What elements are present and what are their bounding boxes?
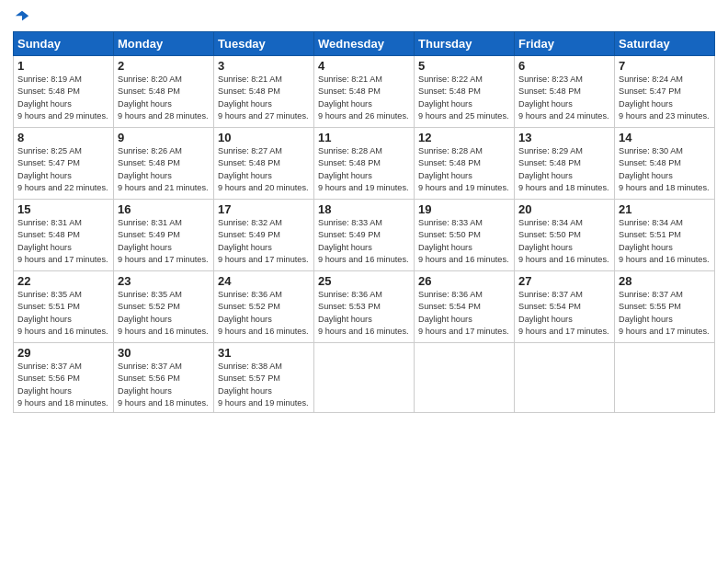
day-number: 28 — [619, 274, 711, 288]
day-number: 5 — [418, 59, 510, 73]
day-number: 30 — [118, 346, 210, 360]
calendar-day-cell: 11 Sunrise: 8:28 AMSunset: 5:48 PMDaylig… — [314, 128, 415, 200]
calendar-day-cell: 3 Sunrise: 8:21 AMSunset: 5:48 PMDayligh… — [214, 56, 314, 128]
header — [13, 9, 715, 26]
day-number: 11 — [318, 131, 410, 144]
calendar-day-cell: 1 Sunrise: 8:19 AMSunset: 5:48 PMDayligh… — [14, 56, 114, 128]
calendar-day-cell: 9 Sunrise: 8:26 AMSunset: 5:48 PMDayligh… — [114, 128, 214, 200]
day-number: 10 — [218, 131, 310, 144]
calendar-day-cell: 16 Sunrise: 8:31 AMSunset: 5:49 PMDaylig… — [114, 200, 214, 271]
day-number: 2 — [118, 59, 210, 73]
day-number: 20 — [518, 202, 610, 216]
day-info: Sunrise: 8:36 AMSunset: 5:54 PMDaylight … — [418, 290, 509, 336]
calendar-header-monday: Monday — [114, 32, 214, 56]
calendar-day-cell: 4 Sunrise: 8:21 AMSunset: 5:48 PMDayligh… — [314, 56, 415, 128]
logo-text — [13, 9, 30, 26]
day-info: Sunrise: 8:24 AMSunset: 5:47 PMDaylight … — [619, 75, 710, 121]
day-info: Sunrise: 8:37 AMSunset: 5:55 PMDaylight … — [619, 290, 710, 336]
day-info: Sunrise: 8:20 AMSunset: 5:48 PMDaylight … — [118, 75, 209, 121]
day-number: 9 — [118, 131, 210, 144]
calendar-day-cell: 8 Sunrise: 8:25 AMSunset: 5:47 PMDayligh… — [14, 128, 114, 200]
calendar-day-cell: 14 Sunrise: 8:30 AMSunset: 5:48 PMDaylig… — [615, 128, 715, 200]
day-info: Sunrise: 8:33 AMSunset: 5:49 PMDaylight … — [318, 218, 409, 264]
page-container: SundayMondayTuesdayWednesdayThursdayFrid… — [0, 0, 728, 422]
calendar-day-cell: 12 Sunrise: 8:28 AMSunset: 5:48 PMDaylig… — [415, 128, 515, 200]
calendar-day-cell: 7 Sunrise: 8:24 AMSunset: 5:47 PMDayligh… — [615, 56, 715, 128]
day-number: 1 — [17, 59, 109, 73]
calendar-day-cell: 24 Sunrise: 8:36 AMSunset: 5:52 PMDaylig… — [214, 271, 314, 343]
calendar-day-cell: 27 Sunrise: 8:37 AMSunset: 5:54 PMDaylig… — [515, 271, 615, 343]
day-number: 22 — [17, 274, 109, 288]
day-number: 19 — [418, 202, 510, 216]
day-number: 23 — [118, 274, 210, 288]
calendar-day-cell: 17 Sunrise: 8:32 AMSunset: 5:49 PMDaylig… — [214, 200, 314, 271]
day-number: 29 — [17, 346, 109, 360]
calendar-day-cell: 21 Sunrise: 8:34 AMSunset: 5:51 PMDaylig… — [615, 200, 715, 271]
day-number: 26 — [418, 274, 510, 288]
day-number: 13 — [518, 131, 610, 144]
calendar-day-cell: 19 Sunrise: 8:33 AMSunset: 5:50 PMDaylig… — [415, 200, 515, 271]
day-number: 8 — [17, 131, 109, 144]
day-info: Sunrise: 8:34 AMSunset: 5:50 PMDaylight … — [518, 218, 609, 264]
calendar-week-row: 1 Sunrise: 8:19 AMSunset: 5:48 PMDayligh… — [14, 56, 715, 128]
day-info: Sunrise: 8:35 AMSunset: 5:52 PMDaylight … — [118, 290, 209, 336]
day-info: Sunrise: 8:35 AMSunset: 5:51 PMDaylight … — [17, 290, 108, 336]
day-info: Sunrise: 8:21 AMSunset: 5:48 PMDaylight … — [218, 75, 309, 121]
day-info: Sunrise: 8:37 AMSunset: 5:56 PMDaylight … — [118, 362, 209, 408]
day-info: Sunrise: 8:30 AMSunset: 5:48 PMDaylight … — [619, 146, 710, 192]
day-info: Sunrise: 8:29 AMSunset: 5:48 PMDaylight … — [518, 146, 609, 192]
day-info: Sunrise: 8:36 AMSunset: 5:53 PMDaylight … — [318, 290, 409, 336]
day-number: 31 — [218, 346, 310, 360]
day-number: 6 — [518, 59, 610, 73]
calendar-day-cell: 30 Sunrise: 8:37 AMSunset: 5:56 PMDaylig… — [114, 343, 214, 413]
day-info: Sunrise: 8:38 AMSunset: 5:57 PMDaylight … — [218, 362, 309, 408]
day-number: 21 — [619, 202, 711, 216]
day-info: Sunrise: 8:26 AMSunset: 5:48 PMDaylight … — [118, 146, 209, 192]
calendar-header-sunday: Sunday — [14, 32, 114, 56]
day-number: 7 — [619, 59, 711, 73]
day-number: 25 — [318, 274, 410, 288]
calendar-day-cell: 26 Sunrise: 8:36 AMSunset: 5:54 PMDaylig… — [415, 271, 515, 343]
day-info: Sunrise: 8:32 AMSunset: 5:49 PMDaylight … — [218, 218, 309, 264]
day-info: Sunrise: 8:31 AMSunset: 5:49 PMDaylight … — [118, 218, 209, 264]
day-number: 15 — [17, 202, 109, 216]
day-info: Sunrise: 8:33 AMSunset: 5:50 PMDaylight … — [418, 218, 509, 264]
svg-marker-0 — [16, 11, 28, 21]
calendar-day-cell: 31 Sunrise: 8:38 AMSunset: 5:57 PMDaylig… — [214, 343, 314, 413]
calendar-day-cell — [314, 343, 415, 413]
calendar-header-friday: Friday — [515, 32, 615, 56]
logo-flag-icon — [14, 9, 30, 26]
day-info: Sunrise: 8:19 AMSunset: 5:48 PMDaylight … — [17, 75, 108, 121]
calendar-header-row: SundayMondayTuesdayWednesdayThursdayFrid… — [14, 32, 715, 56]
calendar-day-cell: 25 Sunrise: 8:36 AMSunset: 5:53 PMDaylig… — [314, 271, 415, 343]
day-info: Sunrise: 8:36 AMSunset: 5:52 PMDaylight … — [218, 290, 309, 336]
calendar-week-row: 8 Sunrise: 8:25 AMSunset: 5:47 PMDayligh… — [14, 128, 715, 200]
calendar-day-cell: 23 Sunrise: 8:35 AMSunset: 5:52 PMDaylig… — [114, 271, 214, 343]
calendar-day-cell — [415, 343, 515, 413]
calendar-day-cell: 10 Sunrise: 8:27 AMSunset: 5:48 PMDaylig… — [214, 128, 314, 200]
day-info: Sunrise: 8:31 AMSunset: 5:48 PMDaylight … — [17, 218, 108, 264]
day-info: Sunrise: 8:28 AMSunset: 5:48 PMDaylight … — [418, 146, 509, 192]
calendar-day-cell — [615, 343, 715, 413]
calendar-day-cell: 29 Sunrise: 8:37 AMSunset: 5:56 PMDaylig… — [14, 343, 114, 413]
day-number: 24 — [218, 274, 310, 288]
day-info: Sunrise: 8:34 AMSunset: 5:51 PMDaylight … — [619, 218, 710, 264]
day-number: 16 — [118, 202, 210, 216]
day-number: 3 — [218, 59, 310, 73]
day-info: Sunrise: 8:27 AMSunset: 5:48 PMDaylight … — [218, 146, 309, 192]
logo — [13, 9, 30, 26]
calendar-day-cell: 6 Sunrise: 8:23 AMSunset: 5:48 PMDayligh… — [515, 56, 615, 128]
calendar-day-cell: 13 Sunrise: 8:29 AMSunset: 5:48 PMDaylig… — [515, 128, 615, 200]
day-number: 12 — [418, 131, 510, 144]
day-number: 27 — [518, 274, 610, 288]
day-info: Sunrise: 8:21 AMSunset: 5:48 PMDaylight … — [318, 75, 409, 121]
day-info: Sunrise: 8:37 AMSunset: 5:56 PMDaylight … — [17, 362, 108, 408]
calendar-day-cell: 28 Sunrise: 8:37 AMSunset: 5:55 PMDaylig… — [615, 271, 715, 343]
calendar-day-cell: 20 Sunrise: 8:34 AMSunset: 5:50 PMDaylig… — [515, 200, 615, 271]
day-info: Sunrise: 8:23 AMSunset: 5:48 PMDaylight … — [518, 75, 609, 121]
day-info: Sunrise: 8:37 AMSunset: 5:54 PMDaylight … — [518, 290, 609, 336]
calendar-header-tuesday: Tuesday — [214, 32, 314, 56]
calendar-day-cell: 15 Sunrise: 8:31 AMSunset: 5:48 PMDaylig… — [14, 200, 114, 271]
calendar-table: SundayMondayTuesdayWednesdayThursdayFrid… — [13, 31, 715, 413]
day-info: Sunrise: 8:28 AMSunset: 5:48 PMDaylight … — [318, 146, 409, 192]
